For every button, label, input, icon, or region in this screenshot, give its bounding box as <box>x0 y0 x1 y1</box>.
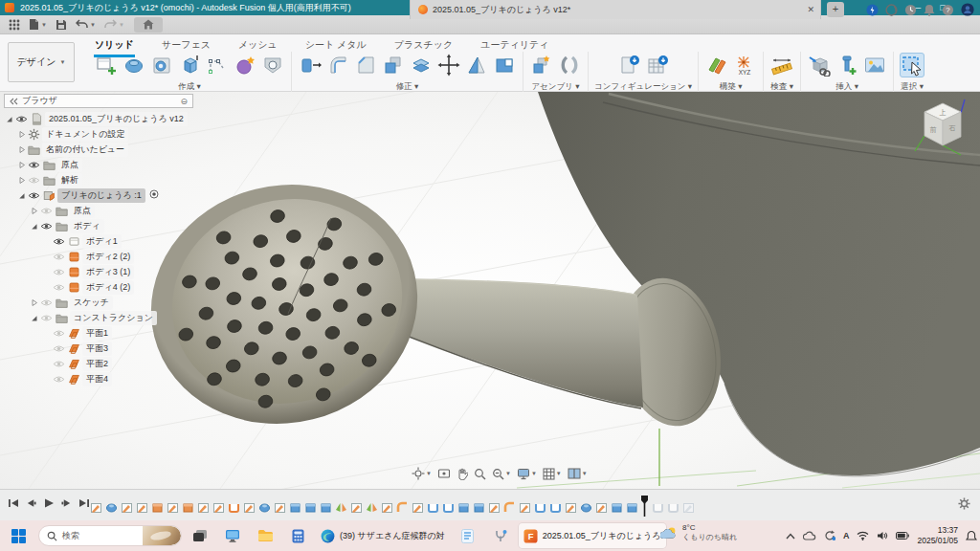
timeline-feature-fillet-orange[interactable] <box>501 499 517 515</box>
search-input[interactable]: 検索 <box>38 525 182 546</box>
tray-chevron-icon[interactable] <box>786 533 795 540</box>
visibility-eye-icon[interactable] <box>52 237 65 246</box>
visibility-eye-icon[interactable] <box>52 329 65 338</box>
visibility-eye-icon[interactable] <box>27 161 40 169</box>
look-at-icon[interactable] <box>437 468 451 479</box>
zoom-icon[interactable] <box>474 468 486 480</box>
timeline-feature-sketch[interactable] <box>241 499 256 515</box>
task-view-button[interactable] <box>186 523 214 548</box>
browser-header[interactable]: ブラウザ ⊖ <box>4 94 193 108</box>
timeline-feature-sketch[interactable] <box>348 499 364 515</box>
browser-item-平面2[interactable]: 平面2 <box>4 356 193 371</box>
notifications-bell-icon[interactable] <box>924 4 935 16</box>
visibility-eye-icon[interactable] <box>52 360 65 368</box>
onedrive-icon[interactable] <box>803 531 816 540</box>
timeline-feature-fillet-orange[interactable] <box>394 499 410 515</box>
go-to-start-icon[interactable] <box>8 497 19 509</box>
visibility-eye-icon[interactable] <box>52 253 65 261</box>
expand-closed-icon[interactable] <box>16 161 27 169</box>
extensions-icon[interactable] <box>866 4 879 16</box>
cylinder-icon[interactable] <box>149 53 174 77</box>
config-doc-icon[interactable] <box>617 53 642 77</box>
chamfer-icon[interactable] <box>353 53 378 77</box>
visibility-eye-icon[interactable] <box>39 298 53 307</box>
shell-icon[interactable] <box>409 53 434 77</box>
expand-open-icon[interactable] <box>16 191 27 200</box>
workspace-selector[interactable]: デザイン ▼ <box>8 42 75 82</box>
timeline-feature-box-blue[interactable] <box>302 499 318 515</box>
timeline-feature-sketch[interactable] <box>119 499 134 515</box>
timeline-feature-mirror[interactable] <box>333 499 348 515</box>
visibility-eye-icon[interactable] <box>39 222 53 231</box>
browser-item-スケッチ[interactable]: スケッチ <box>4 295 193 310</box>
viewports-icon[interactable]: ▼ <box>568 468 588 479</box>
expand-closed-icon[interactable] <box>16 130 27 139</box>
timeline-feature-sketch[interactable] <box>88 499 103 515</box>
line-tool-icon[interactable] <box>205 53 230 77</box>
visibility-eye-icon[interactable] <box>52 283 65 292</box>
fit-icon[interactable]: ▼ <box>492 468 511 480</box>
viewport-3d[interactable]: ブラウザ ⊖ 2025.01.05_ブリキのじょうろ v12ドキュメントの設定名… <box>0 92 980 489</box>
clock-icon[interactable] <box>904 4 917 16</box>
step-forward-icon[interactable] <box>61 497 72 509</box>
timeline-settings-gear-icon[interactable] <box>958 497 970 510</box>
browser-item-原点[interactable]: 原点 <box>4 157 193 172</box>
visibility-eye-icon[interactable] <box>52 268 65 276</box>
timeline-future-feature[interactable] <box>665 499 680 515</box>
timeline-feature-box-blue[interactable] <box>624 499 639 515</box>
pan-icon[interactable] <box>457 468 468 480</box>
save-icon[interactable] <box>56 17 67 33</box>
file-menu-icon[interactable]: ▼ <box>29 17 47 33</box>
visibility-eye-icon[interactable] <box>14 115 28 123</box>
timeline-future-feature[interactable] <box>650 499 665 515</box>
timeline-feature-sketch[interactable] <box>563 499 578 515</box>
ime-indicator[interactable]: A <box>843 531 850 540</box>
clock-widget[interactable]: 13:37 2025/01/05 <box>917 525 958 546</box>
browser-item-2025.01.05_ブリキのじょうろ v12[interactable]: 2025.01.05_ブリキのじょうろ v12 <box>4 111 193 126</box>
start-button[interactable] <box>4 523 33 548</box>
peripheral-app-button[interactable] <box>486 523 515 548</box>
volume-icon[interactable] <box>877 531 888 540</box>
timeline-feature-sketch[interactable] <box>195 499 211 515</box>
extrude-icon[interactable] <box>177 53 202 77</box>
visibility-eye-icon[interactable] <box>39 207 53 215</box>
visibility-eye-icon[interactable] <box>52 375 65 384</box>
edge-window-button[interactable]: (39) サザエさん症候群の対 <box>316 523 450 548</box>
timeline-feature-sketch[interactable] <box>593 499 609 515</box>
timeline-feature-sketch[interactable] <box>379 499 394 515</box>
search-highlight-image[interactable] <box>143 526 181 545</box>
timeline-feature-revolve[interactable] <box>103 499 119 515</box>
form-icon[interactable] <box>233 53 257 77</box>
move-icon[interactable] <box>436 53 461 77</box>
expand-closed-icon[interactable] <box>29 207 39 215</box>
expand-open-icon[interactable] <box>29 314 39 322</box>
browser-item-ブリキのじょうろ :1[interactable]: ブリキのじょうろ :1 <box>4 187 193 203</box>
timeline-feature-sketch[interactable] <box>134 499 149 515</box>
job-status-icon[interactable] <box>885 4 898 16</box>
timeline-feature-mirror[interactable] <box>364 499 379 515</box>
browser-item-ドキュメントの設定[interactable]: ドキュメントの設定 <box>4 126 193 142</box>
visibility-eye-icon[interactable] <box>39 314 53 322</box>
browser-item-ボディ[interactable]: ボディ <box>4 218 193 233</box>
expand-open-icon[interactable] <box>4 115 14 123</box>
construct-plane-icon[interactable] <box>704 53 729 77</box>
visibility-eye-icon[interactable] <box>27 176 40 185</box>
weather-widget[interactable]: 8°C くもりのち晴れ <box>660 523 737 542</box>
press-pull-icon[interactable] <box>298 53 323 77</box>
document-tab[interactable]: 2025.01.05_ブリキのじょうろ v12* ✕ <box>410 0 821 19</box>
calculator-button[interactable] <box>283 523 312 548</box>
notes-app-button[interactable] <box>454 523 482 548</box>
wifi-icon[interactable] <box>857 531 869 540</box>
home-view-button[interactable] <box>134 17 163 33</box>
browser-item-解析[interactable]: 解析 <box>4 172 193 187</box>
undo-icon[interactable]: ▼ <box>76 17 96 33</box>
timeline-feature-sketch[interactable] <box>165 499 180 515</box>
timeline-feature-sketch[interactable] <box>486 499 501 515</box>
timeline-feature-sketch[interactable] <box>272 499 287 515</box>
browser-item-ボディ1[interactable]: ボディ1 <box>4 233 193 249</box>
sync-icon[interactable] <box>824 530 835 541</box>
expand-closed-icon[interactable] <box>16 176 27 185</box>
hole-icon[interactable] <box>260 53 285 77</box>
timeline-feature-box-blue[interactable] <box>318 499 333 515</box>
timeline-feature-revolve[interactable] <box>256 499 272 515</box>
